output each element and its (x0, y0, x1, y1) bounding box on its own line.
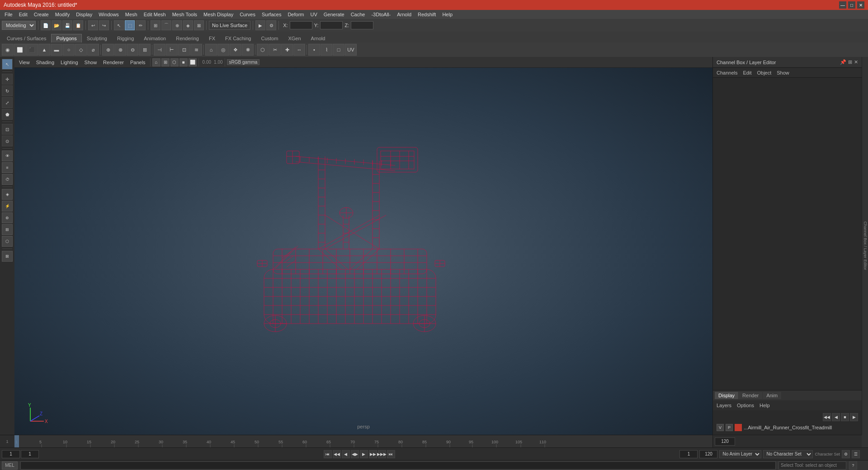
mirror-btn[interactable]: ⊞ (139, 44, 151, 56)
menu-mesh[interactable]: Mesh (123, 11, 140, 18)
dsub-help[interactable]: Help (760, 403, 770, 408)
snap-curve-btn[interactable]: ⌒ (161, 20, 171, 30)
loop-select-btn[interactable]: ⌂ (205, 44, 217, 56)
bridge-btn[interactable]: ⊢ (166, 44, 178, 56)
uv-btn[interactable]: UV (345, 44, 357, 56)
layer-prev-btn[interactable]: ◀◀ (823, 413, 831, 421)
x-input[interactable] (290, 21, 312, 29)
select-tool[interactable]: ↖ (2, 59, 13, 70)
maximize-btn[interactable]: □ (848, 1, 855, 9)
render-btn[interactable]: ▶ (255, 20, 265, 30)
menu-create[interactable]: Create (31, 11, 52, 18)
anim-layer-select[interactable]: No Anim Layer (719, 450, 761, 458)
snap-grid-btn[interactable]: ⊞ (151, 20, 160, 30)
select-tool-btn[interactable]: ↖ (114, 20, 124, 30)
tab-animation[interactable]: Animation (139, 34, 171, 42)
z-input[interactable] (351, 21, 373, 29)
command-input[interactable] (20, 461, 776, 470)
mel-python-toggle[interactable]: MEL (2, 461, 18, 470)
save-scene-btn[interactable]: 💾 (62, 20, 72, 30)
vp-wireframe-btn[interactable]: ⬡ (170, 58, 179, 66)
undo-btn[interactable]: ↩ (88, 20, 98, 30)
rigging-btn[interactable]: ⬡ (2, 236, 13, 247)
play-back-btn[interactable]: ◀▶ (351, 450, 359, 458)
layer-color-swatch[interactable] (735, 424, 742, 431)
cb-tab-edit[interactable]: Edit (743, 70, 751, 75)
vertex-btn[interactable]: • (308, 44, 320, 56)
universal-tool[interactable]: ⬟ (2, 109, 13, 120)
menu-mesh-display[interactable]: Mesh Display (201, 11, 236, 18)
menu-help[interactable]: Help (439, 11, 455, 18)
shrink-sel-btn[interactable]: ❋ (242, 44, 254, 56)
poly-plane-btn[interactable]: ▬ (51, 44, 62, 56)
snap-view-btn[interactable]: ◈ (183, 20, 193, 30)
poly-cube-btn[interactable]: ⬜ (14, 44, 26, 56)
move-tool[interactable]: ✛ (2, 74, 13, 85)
last-frame-btn[interactable]: ⏭ (387, 450, 395, 458)
insert-loop-btn[interactable]: ✚ (281, 44, 293, 56)
prev-frame-btn[interactable]: ◀ (342, 450, 350, 458)
channel-box-close[interactable]: ✕ (854, 59, 858, 65)
anim-prefs-btn[interactable]: ⚙ (842, 450, 850, 458)
vp-lighting[interactable]: Lighting (58, 59, 81, 66)
status-help-btn[interactable]: ? (849, 461, 857, 470)
menu-redshift[interactable]: Redshift (415, 11, 439, 18)
poly-sphere-btn[interactable]: ◉ (2, 44, 14, 56)
right-sidebar-strip[interactable]: Channel Box / Layer Editor (862, 57, 868, 435)
menu-file[interactable]: File (2, 11, 15, 18)
vp-panels[interactable]: Panels (127, 59, 148, 66)
poly-cylinder-btn[interactable]: ⬛ (26, 44, 38, 56)
menu-curves[interactable]: Curves (237, 11, 258, 18)
menu-modify[interactable]: Modify (52, 11, 72, 18)
viewport-3d[interactable]: X Y Z persp (14, 68, 712, 435)
poly-prism-btn[interactable]: ◇ (75, 44, 87, 56)
dsub-layers[interactable]: Layers (717, 403, 731, 408)
channel-box-pin[interactable]: 📌 (840, 59, 846, 65)
tab-sculpting[interactable]: Sculpting (82, 34, 112, 42)
cb-tab-channels[interactable]: Channels (717, 70, 737, 75)
first-frame-btn[interactable]: ⏮ (324, 450, 332, 458)
ring-select-btn[interactable]: ◎ (217, 44, 229, 56)
soft-sel-btn[interactable]: ⊙ (2, 136, 13, 146)
tab-polygons[interactable]: Polygons (51, 34, 81, 42)
poly-cone-btn[interactable]: ▲ (38, 44, 50, 56)
menu-cache[interactable]: Cache (348, 11, 368, 18)
anim-extra-btn[interactable]: ☰ (852, 450, 860, 458)
combine-btn[interactable]: ⊕ (102, 44, 114, 56)
layer-p-btn[interactable]: P (726, 424, 733, 431)
menu-arnold[interactable]: Arnold (394, 11, 414, 18)
tab-curves-surfaces[interactable]: Curves / Surfaces (2, 34, 51, 42)
cut-btn[interactable]: ✂ (269, 44, 281, 56)
menu-generate[interactable]: Generate (321, 11, 347, 18)
no-live-surface-btn[interactable]: No Live Surface (209, 21, 250, 30)
menu-windows[interactable]: Windows (96, 11, 122, 18)
menu-uv[interactable]: UV (307, 11, 320, 18)
menu-deform[interactable]: Deform (285, 11, 307, 18)
tab-fx-caching[interactable]: FX Caching (220, 34, 256, 42)
anim-pass-btn[interactable]: ⚡ (2, 201, 13, 212)
tab-xgen[interactable]: XGen (283, 34, 306, 42)
minimize-btn[interactable]: — (839, 1, 846, 9)
snap-surface-btn[interactable]: ⊠ (194, 20, 204, 30)
menu-display[interactable]: Display (73, 11, 95, 18)
new-scene-btn[interactable]: 📄 (41, 20, 51, 30)
constraint-btn[interactable]: ⊞ (2, 224, 13, 235)
current-frame-input[interactable] (2, 450, 20, 458)
tab-rigging[interactable]: Rigging (112, 34, 139, 42)
display-tab-render[interactable]: Render (739, 392, 762, 399)
tab-rendering[interactable]: Rendering (171, 34, 204, 42)
extrude-btn[interactable]: ⊣ (154, 44, 165, 56)
scale-tool[interactable]: ⤢ (2, 97, 13, 108)
menu-surfaces[interactable]: Surfaces (259, 11, 284, 18)
vp-solid-btn[interactable]: ■ (179, 58, 188, 66)
vp-grid-btn[interactable]: ⊞ (161, 58, 170, 66)
cb-tab-object[interactable]: Object (757, 70, 771, 75)
poly-torus-btn[interactable]: ○ (63, 44, 75, 56)
save-as-btn[interactable]: 📋 (73, 20, 83, 30)
play-fwd-btn[interactable]: ▶ (360, 450, 368, 458)
range-start-field[interactable] (679, 450, 698, 458)
char-set-select[interactable]: No Character Set (763, 450, 813, 458)
snap-point-btn[interactable]: ⊕ (172, 20, 182, 30)
next-frame-btn[interactable]: ▶▶ (369, 450, 377, 458)
rotate-tool[interactable]: ↻ (2, 85, 13, 96)
